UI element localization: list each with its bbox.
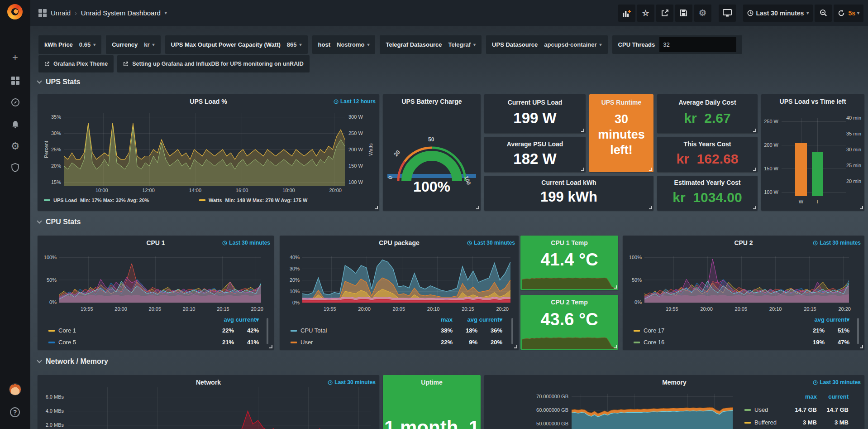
top-navbar: Unraid › Unraid System Dashboard ▾ ☆ ⚙ L… — [30, 0, 868, 26]
tick-label: 250 W — [764, 118, 778, 125]
zoom-out-button[interactable] — [815, 5, 832, 22]
panel-title[interactable]: UPS Load % — [38, 98, 379, 105]
panel-time-range: Last 30 minutes — [222, 240, 270, 246]
ups-load-chart[interactable] — [64, 113, 345, 186]
panel-resize-handle[interactable] — [581, 129, 584, 132]
legend-ups-load[interactable]: UPS Load Min: 17% Max: 32% Avg: 20% — [44, 198, 149, 203]
stat-value: 43.6 °C — [520, 310, 618, 329]
bar-chart-plot[interactable] — [782, 118, 846, 196]
cpu1-chart[interactable] — [59, 256, 261, 303]
explore-compass-icon[interactable] — [0, 95, 30, 110]
panel-resize-handle[interactable] — [753, 129, 756, 132]
legend-header[interactable]: current — [817, 393, 849, 400]
create-plus-icon[interactable]: + — [0, 50, 30, 65]
legend-swatch — [744, 422, 751, 424]
network-chart[interactable] — [68, 387, 371, 429]
tick-label: 10:00 — [95, 188, 108, 193]
star-button[interactable]: ☆ — [637, 5, 654, 22]
cpu2-chart[interactable] — [644, 256, 849, 303]
tick-label: 20:05 — [735, 306, 748, 312]
time-range-picker[interactable]: Last 30 minutes ▾ — [743, 5, 813, 22]
panel-resize-handle[interactable] — [614, 345, 617, 348]
link-grafana-plex-theme[interactable]: Grafana Plex Theme — [38, 55, 114, 72]
legend-scrollbar[interactable] — [857, 318, 859, 344]
legend-scrollbar[interactable] — [267, 318, 268, 344]
tick-label: 70.000000 GB — [536, 393, 568, 400]
legend-header[interactable]: current▾ — [234, 316, 259, 323]
panel-resize-handle[interactable] — [649, 168, 652, 171]
help-question-icon[interactable]: ? — [10, 407, 20, 417]
tick-label: 19:55 — [324, 306, 336, 312]
alerting-bell-icon[interactable] — [0, 117, 30, 132]
legend-header[interactable]: current▾ — [825, 316, 849, 323]
cycle-view-button[interactable] — [719, 5, 736, 22]
legend-header[interactable]: avg — [453, 316, 477, 323]
svg-text:20: 20 — [393, 149, 402, 157]
configuration-gear-icon[interactable]: ⚙ — [0, 139, 30, 154]
variable-telegraf-datasource[interactable]: Telegraf Datasource Telegraf▾ — [380, 35, 482, 54]
dashboard-settings-button[interactable]: ⚙ — [694, 5, 711, 22]
legend-header[interactable]: max — [785, 393, 817, 400]
time-range-label: Last 30 minutes — [756, 10, 804, 17]
panel-resize-handle[interactable] — [514, 345, 517, 348]
section-ups-stats[interactable]: UPS Stats — [38, 78, 80, 86]
bar-time-left[interactable] — [812, 152, 823, 196]
dashboard-links-row: Grafana Plex Theme Setting up Grafana an… — [38, 55, 310, 72]
legend-scrollbar[interactable] — [511, 318, 513, 344]
panel-resize-handle[interactable] — [581, 168, 584, 171]
panel-resize-handle[interactable] — [476, 206, 479, 209]
panel-ups-load-vs-time-left: UPS Load vs Time left 250 W200 W150 W100… — [761, 94, 864, 211]
panel-resize-handle[interactable] — [269, 345, 272, 348]
dashboard-grid-icon[interactable] — [38, 9, 47, 17]
grafana-logo-icon[interactable] — [7, 4, 23, 19]
y-axis-ticks: 6.0 MBs4.0 MBs2.0 MBs — [38, 394, 64, 428]
section-cpu-stats[interactable]: CPU Stats — [38, 218, 81, 226]
add-panel-button[interactable] — [618, 5, 635, 22]
panel-title[interactable]: Memory — [484, 379, 864, 386]
refresh-button[interactable]: 5s ▾ — [834, 5, 863, 22]
panel-resize-handle[interactable] — [753, 206, 756, 209]
admin-shield-icon[interactable] — [0, 160, 30, 175]
share-button[interactable] — [656, 5, 673, 22]
tick-label: 20 min — [846, 178, 864, 184]
legend-watts[interactable]: Watts Min: 148 W Max: 278 W Avg: 175 W — [199, 198, 308, 203]
panel-resize-handle[interactable] — [753, 168, 756, 171]
clock-icon — [813, 241, 818, 246]
variable-kwh-price[interactable]: kWh Price 0.65▾ — [38, 35, 101, 54]
section-network-memory[interactable]: Network / Memory — [38, 357, 108, 366]
cpu-package-chart[interactable] — [302, 256, 510, 303]
panel-resize-handle[interactable] — [649, 206, 652, 209]
panel-title[interactable]: UPS Load vs Time left — [761, 98, 864, 105]
caret-down-icon: ▾ — [473, 42, 476, 47]
legend-swatch — [291, 342, 297, 343]
variable-ups-datasource[interactable]: UPS Datasource apcupsd-container▾ — [486, 35, 607, 54]
panel-resize-handle[interactable] — [375, 206, 378, 209]
memory-chart[interactable] — [572, 394, 733, 429]
caret-down-icon[interactable]: ▾ — [165, 10, 167, 15]
link-ups-monitoring-guide[interactable]: Setting up Grafana and InfluxDB for UPS … — [117, 55, 309, 72]
bar-watts[interactable] — [795, 143, 807, 196]
clock-icon — [328, 380, 333, 385]
variable-ups-max-output[interactable]: UPS Max Output Power Capacity (Watt) 865… — [165, 35, 308, 54]
tick-label: 20:00 — [700, 306, 713, 312]
cpu-threads-input[interactable] — [659, 37, 736, 52]
stat-value: 199 kWh — [484, 189, 653, 205]
breadcrumb-root[interactable]: Unraid — [51, 9, 71, 17]
panel-resize-handle[interactable] — [860, 206, 863, 209]
legend-header[interactable]: current▾ — [477, 316, 502, 323]
chevron-down-icon — [37, 218, 42, 223]
variable-currency[interactable]: Currency kr▾ — [106, 35, 160, 54]
variable-host[interactable]: host Nostromo▾ — [312, 35, 376, 54]
panel-resize-handle[interactable] — [614, 285, 617, 289]
legend-header[interactable]: avg — [800, 316, 825, 323]
breadcrumb-current[interactable]: Unraid System Dashboard — [81, 9, 161, 17]
save-button[interactable] — [675, 5, 692, 22]
panel-cpu1: CPU 1 Last 30 minutes 100%50%0% 19:5520:… — [38, 236, 274, 350]
tick-label: 19:55 — [81, 306, 93, 312]
legend-header[interactable]: avg — [209, 316, 234, 323]
legend-header[interactable]: max — [428, 316, 453, 323]
dashboards-grid-icon[interactable] — [0, 73, 30, 88]
user-avatar[interactable] — [9, 383, 21, 395]
panel-resize-handle[interactable] — [860, 345, 863, 348]
tick-label: 18:00 — [282, 188, 295, 193]
